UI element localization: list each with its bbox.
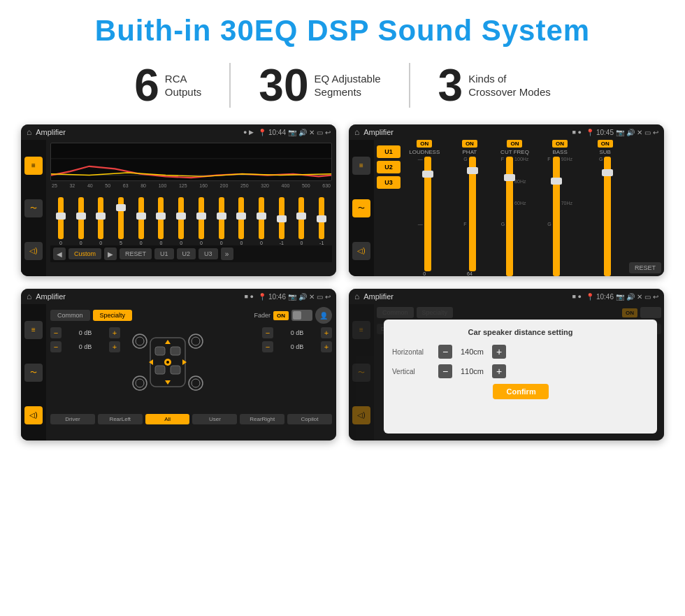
preset-u2[interactable]: U2: [377, 161, 401, 173]
rec-dot-4: ■ ●: [572, 293, 582, 300]
slider-col-11[interactable]: 0: [252, 197, 271, 245]
eq-icon-3[interactable]: ≡: [24, 321, 43, 339]
status-bar-1: ⌂ Amplifier ● ▶ 📍 10:44 📷 🔊 ✕ ▭ ↩: [21, 124, 336, 140]
more-arrow-btn[interactable]: »: [221, 248, 233, 260]
prev-arrow-btn[interactable]: ◀: [53, 248, 66, 260]
wave-icon-btn[interactable]: 〜: [24, 199, 43, 217]
vertical-minus[interactable]: −: [438, 364, 452, 378]
next-arrow-btn[interactable]: ▶: [104, 248, 117, 260]
bass-slider[interactable]: [553, 157, 560, 276]
fader-label: Fader: [254, 312, 271, 319]
db-minus-4[interactable]: −: [262, 341, 273, 352]
confirm-button[interactable]: Confirm: [493, 384, 549, 399]
slider-col-13[interactable]: 0: [293, 197, 311, 245]
home-icon-4[interactable]: ⌂: [354, 292, 359, 301]
wave-icon-2[interactable]: 〜: [352, 199, 370, 217]
wave-icon-3[interactable]: 〜: [24, 364, 43, 382]
db-minus-1[interactable]: −: [50, 327, 62, 338]
home-icon-1[interactable]: ⌂: [27, 127, 31, 137]
cutfreq-slider[interactable]: [506, 157, 513, 276]
tab-common[interactable]: Common: [50, 310, 90, 321]
tab-specialty[interactable]: Specialty: [93, 310, 133, 321]
slider-col-2[interactable]: 0: [72, 197, 90, 245]
db-minus-2[interactable]: −: [50, 341, 62, 352]
home-icon-2[interactable]: ⌂: [354, 127, 359, 137]
slider-col-8[interactable]: 0: [192, 197, 210, 245]
dialog-screen-body: ≡ 〜 ◁) Common Specialty ON Driver RearLe…: [349, 304, 664, 440]
u3-btn-1[interactable]: U3: [199, 248, 218, 259]
footer-rearleft[interactable]: RearLeft: [98, 414, 143, 424]
footer-user[interactable]: User: [192, 414, 237, 424]
reset-btn-2[interactable]: RESET: [629, 262, 661, 273]
loudness-slider[interactable]: [424, 157, 431, 271]
custom-btn[interactable]: Custom: [68, 248, 101, 259]
speaker-icon-btn[interactable]: ◁): [24, 242, 43, 260]
rec-dot-2: ■ ●: [572, 129, 582, 136]
db-plus-3[interactable]: +: [321, 327, 332, 338]
cam-icon-2: 📷: [616, 129, 624, 136]
db-plus-2[interactable]: +: [109, 341, 120, 352]
on-badge-bass[interactable]: ON: [552, 140, 568, 148]
screen-fader: ⌂ Amplifier ■ ● 📍 10:46 📷 🔊 ✕ ▭ ↩ ≡ 〜 ◁): [21, 289, 336, 440]
slider-col-3[interactable]: 0: [92, 197, 110, 245]
speaker-icon-3[interactable]: ◁): [24, 406, 43, 424]
back-icon-4[interactable]: ↩: [653, 293, 658, 301]
reset-area: RESET: [626, 140, 664, 276]
eq-icon-btn-active[interactable]: ≡: [24, 157, 43, 175]
col-phat: ON PHAT GF 64: [449, 140, 491, 276]
footer-rearright[interactable]: RearRight: [240, 414, 284, 424]
status-bar-3: ⌂ Amplifier ■ ● 📍 10:46 📷 🔊 ✕ ▭ ↩: [21, 289, 336, 304]
db-row-3: − 0 dB +: [262, 327, 332, 338]
reset-btn-1[interactable]: RESET: [120, 248, 152, 259]
screens-grid: ⌂ Amplifier ● ▶ 📍 10:44 📷 🔊 ✕ ▭ ↩ ≡ 〜 ◁): [21, 124, 664, 440]
back-icon-1[interactable]: ↩: [325, 129, 331, 136]
slider-col-5[interactable]: 0: [132, 197, 150, 245]
fader-on-toggle[interactable]: ON: [273, 311, 289, 320]
footer-all[interactable]: All: [145, 414, 190, 424]
slider-col-12[interactable]: -1: [273, 197, 291, 245]
back-icon-3[interactable]: ↩: [325, 293, 331, 301]
u2-btn-1[interactable]: U2: [177, 248, 196, 259]
battery-icon-1: ▭: [317, 129, 323, 136]
left-icon-panel-2: ≡ 〜 ◁): [349, 140, 374, 276]
preset-u1[interactable]: U1: [377, 145, 401, 158]
fader-slider-widget[interactable]: [291, 310, 312, 321]
phat-slider[interactable]: [469, 157, 476, 271]
col-cutfreq: ON CUT FREQ FG 100Hz: [493, 140, 536, 276]
on-badge-phat[interactable]: ON: [462, 140, 477, 148]
fader-right-controls: − 0 dB + − 0 dB +: [262, 327, 332, 411]
on-badge-loudness[interactable]: ON: [417, 140, 432, 148]
slider-col-7[interactable]: 0: [172, 197, 190, 245]
speaker-icon-2[interactable]: ◁): [352, 242, 370, 260]
pin-icon-1: 📍: [258, 129, 266, 136]
footer-driver[interactable]: Driver: [50, 414, 95, 424]
on-badge-sub[interactable]: ON: [598, 140, 613, 148]
vertical-plus[interactable]: +: [492, 364, 506, 378]
back-icon-2[interactable]: ↩: [653, 129, 658, 136]
eq-icon-2[interactable]: ≡: [352, 157, 370, 175]
vol-icon-2: 🔊: [626, 129, 635, 136]
db-minus-3[interactable]: −: [262, 327, 273, 338]
db-plus-4[interactable]: +: [321, 341, 332, 352]
slider-col-10[interactable]: 0: [232, 197, 250, 245]
footer-copilot[interactable]: Copilot: [287, 414, 332, 424]
vol-icon-3: 🔊: [298, 293, 307, 301]
slider-col-9[interactable]: 0: [212, 197, 231, 245]
horizontal-minus[interactable]: −: [438, 345, 452, 359]
db-plus-1[interactable]: +: [109, 327, 120, 338]
horizontal-plus[interactable]: +: [492, 345, 506, 359]
u1-btn-1[interactable]: U1: [154, 248, 174, 259]
slider-col-4[interactable]: 5: [112, 197, 130, 245]
sub-slider[interactable]: [604, 157, 611, 276]
cam-icon-3: 📷: [288, 293, 296, 301]
slider-col-14[interactable]: -1: [312, 197, 331, 245]
eq-icon-4: ≡: [352, 321, 370, 339]
slider-col-1[interactable]: 0: [52, 197, 70, 245]
home-icon-3[interactable]: ⌂: [27, 292, 31, 301]
app-title-2: Amplifier: [363, 128, 568, 136]
slider-col-6[interactable]: 0: [152, 197, 171, 245]
profile-icon[interactable]: 👤: [315, 307, 332, 324]
on-badge-cutfreq[interactable]: ON: [507, 140, 522, 148]
sub-labels: G: [599, 157, 603, 227]
preset-u3[interactable]: U3: [377, 176, 401, 189]
